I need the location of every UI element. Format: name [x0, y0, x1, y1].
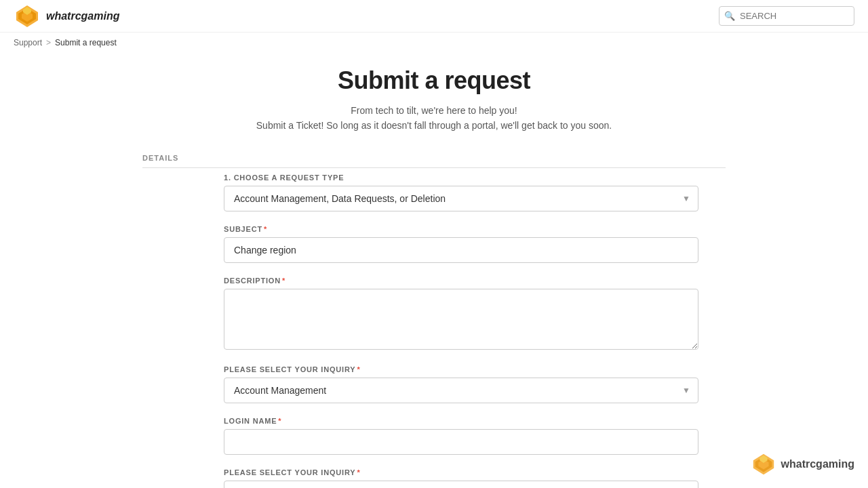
login-name-label: LOGIN NAME*: [224, 417, 698, 425]
details-section: DETAILS 1. CHOOSE A REQUEST TYPE Account…: [142, 154, 726, 488]
inquiry2-group: PLEASE SELECT YOUR INQUIRY* Need help ch…: [224, 468, 698, 488]
brand-name: whatrcgaming: [46, 10, 119, 22]
inquiry-select[interactable]: Account Management Data Requests Account…: [224, 378, 698, 403]
inquiry-select-wrapper: Account Management Data Requests Account…: [224, 378, 698, 403]
request-type-select-wrapper: Account Management, Data Requests, or De…: [224, 186, 698, 211]
description-group: DESCRIPTION*: [224, 277, 698, 352]
page-title: Submit a request: [142, 66, 726, 95]
login-name-required-star: *: [278, 417, 281, 425]
page-subtitle: From tech to tilt, we're here to help yo…: [142, 103, 726, 134]
subject-group: SUBJECT*: [224, 225, 698, 263]
main-content: Submit a request From tech to tilt, we'r…: [129, 53, 739, 488]
header: whatrcgaming 🔍: [0, 0, 868, 33]
subtitle-line2: Submit a Ticket! So long as it doesn't f…: [142, 118, 726, 133]
breadcrumb-current: Submit a request: [55, 38, 117, 47]
breadcrumb-separator: >: [46, 38, 51, 47]
subject-input[interactable]: [224, 237, 698, 263]
inquiry2-required-star: *: [357, 468, 360, 476]
request-type-label: 1. CHOOSE A REQUEST TYPE: [224, 174, 698, 182]
login-name-group: LOGIN NAME*: [224, 417, 698, 455]
search-container: 🔍: [719, 6, 854, 26]
footer-logo-icon: [750, 451, 777, 477]
subject-required-star: *: [264, 225, 267, 233]
logo-area: whatrcgaming: [14, 3, 119, 30]
description-required-star: *: [282, 277, 285, 285]
request-type-select[interactable]: Account Management, Data Requests, or De…: [224, 186, 698, 211]
inquiry-group: PLEASE SELECT YOUR INQUIRY* Account Mana…: [224, 365, 698, 403]
subtitle-line1: From tech to tilt, we're here to help yo…: [142, 103, 726, 118]
description-label: DESCRIPTION*: [224, 277, 698, 285]
description-textarea[interactable]: [224, 289, 698, 350]
footer-logo: whatrcgaming: [750, 451, 854, 477]
inquiry2-label: PLEASE SELECT YOUR INQUIRY*: [224, 468, 698, 476]
search-icon: 🔍: [724, 11, 735, 21]
breadcrumb: Support > Submit a request: [0, 33, 868, 53]
inquiry-label: PLEASE SELECT YOUR INQUIRY*: [224, 365, 698, 373]
inquiry-required-star: *: [357, 365, 360, 373]
login-name-input[interactable]: [224, 429, 698, 455]
details-label: DETAILS: [142, 154, 726, 168]
inquiry2-select-wrapper: Need help changing Region of Residence/ …: [224, 481, 698, 488]
search-input[interactable]: [719, 6, 854, 26]
request-type-group: 1. CHOOSE A REQUEST TYPE Account Managem…: [224, 174, 698, 211]
inquiry2-select[interactable]: Need help changing Region of Residence/ …: [224, 481, 698, 488]
footer-brand-name: whatrcgaming: [781, 458, 854, 470]
subject-label: SUBJECT*: [224, 225, 698, 233]
brand-logo-icon: [14, 3, 41, 30]
breadcrumb-support-link[interactable]: Support: [14, 38, 42, 47]
